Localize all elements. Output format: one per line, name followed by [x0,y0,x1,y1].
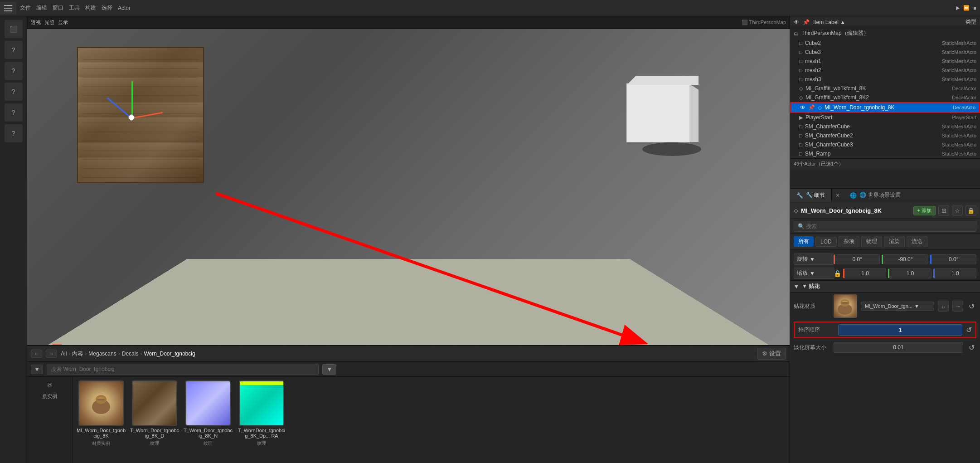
viewport-toolbar: 透视 光照 显示 ⬛ ThirdPersonMap [27,16,790,29]
outliner-item-4[interactable]: □ mesh2 StaticMeshActo [790,66,980,75]
breadcrumb-decals[interactable]: Decals [122,351,139,357]
outliner-icon-0: 🗂 [794,31,799,36]
rotate-z-value[interactable]: 0.0° [930,254,976,264]
details-close-btn[interactable]: ✕ [832,190,844,200]
decal-reset-btn[interactable]: ↺ [967,302,976,311]
outliner-item-10[interactable]: □ SM_ChamferCube StaticMeshActo [790,122,980,131]
rotate-dropdown[interactable]: 旋转 ▼ [794,253,834,265]
filter-all-btn[interactable]: 所有 [794,236,814,247]
outliner-item-3[interactable]: □ mesh1 StaticMeshActo [790,57,980,66]
outliner-item-12[interactable]: □ SM_ChamferCube3 StaticMeshActo [790,140,980,149]
top-play2-btn[interactable]: ⏩ [963,5,970,11]
sort-order-reset-btn[interactable]: ↺ [966,326,972,334]
cb-search-input[interactable] [47,364,319,375]
outliner-item-11[interactable]: □ SM_ChamferCube2 StaticMeshActo [790,131,980,140]
sidebar-question-4[interactable]: ? [5,103,23,122]
outliner-item-5[interactable]: □ mesh3 StaticMeshActo [790,75,980,84]
rotate-y-value[interactable]: -90.0° [882,254,928,264]
breadcrumb-worn-door[interactable]: Worn_Door_tgnobcig [144,351,195,357]
cb-filter-btn[interactable]: ▼ [31,365,43,374]
outliner-item-13[interactable]: □ SM_Ramp StaticMeshActo [790,149,980,158]
scale-y-value[interactable]: 1.0 [888,268,931,278]
outliner-eye-icon[interactable]: 👁 [794,19,799,25]
outliner-item-2[interactable]: □ Cube3 StaticMeshActo [790,48,980,57]
top-menu-window[interactable]: 窗口 [53,4,63,12]
top-menu-edit[interactable]: 编辑 [36,4,47,12]
scale-dropdown[interactable]: 缩放 ▼ [794,268,834,279]
details-search-input[interactable] [794,221,976,232]
outliner-item-9[interactable]: ▶ PlayerStart PlayerStart [790,113,980,122]
viewport-scene[interactable]: Z + X Y CSDN @TTL_255 [27,29,790,345]
viewport[interactable]: 透视 光照 显示 ⬛ ThirdPersonMap [27,16,790,345]
fade-size-value[interactable]: 0.01 [834,342,963,353]
outliner-item-0[interactable]: 🗂 ThirdPersonMap（编辑器） [790,28,980,39]
outliner-item-6[interactable]: ◇ MI_Graffiti_wb1kfcml_8K DecalActor [790,84,980,93]
menu-icon[interactable] [0,2,16,15]
details-lock-icon[interactable]: 🔒 [965,205,976,216]
outliner-item-7[interactable]: ◇ MI_Graffiti_wb1kfcml_8K2 DecalActor [790,93,980,102]
breadcrumb-all[interactable]: All [61,351,67,357]
scale-x-value[interactable]: 1.0 [843,268,886,278]
outliner-item-1[interactable]: □ Cube2 StaticMeshActo [790,39,980,48]
top-stop-btn[interactable]: ■ [973,5,976,11]
details-tabs: 🔧 🔧 细节 ✕ 🌐 🌐 世界场景设置 [790,189,980,202]
top-menu-file[interactable]: 文件 [20,4,31,12]
outliner-item-8-selected[interactable]: 👁 📌 ◇ MI_Worn_Door_tgnobcig_8K DecalActo [790,102,980,113]
outliner-icon-12: □ [799,142,802,147]
sidebar-question-3[interactable]: ? [5,83,23,101]
top-menu-tools[interactable]: 工具 [69,4,80,12]
outliner-header-label[interactable]: Item Label ▲ [813,19,845,25]
top-menu-build[interactable]: 构建 [85,4,96,12]
tab-details[interactable]: 🔧 🔧 细节 [790,189,832,202]
sidebar-question-5[interactable]: ? [5,124,23,142]
details-add-btn[interactable]: + 添加 [913,206,936,215]
decal-browse-btn[interactable]: ⌕ [938,301,949,312]
details-grid-icon[interactable]: ⊞ [938,205,949,216]
cb-forward-btn[interactable]: → [46,350,57,358]
cb-back-btn[interactable]: ← [31,350,42,358]
outliner-type-13: StaticMeshActo [942,151,976,156]
scale-lock-icon[interactable]: 🔒 [834,270,841,277]
filter-render-btn[interactable]: 渲染 [884,236,905,247]
viewport-show[interactable]: 显示 [58,19,68,26]
asset-card-2[interactable]: T_Worn_Door_tgnobcig_8K_N 纹理 [183,380,233,447]
rotate-x-value[interactable]: 0.0° [834,254,880,264]
tab-world-settings[interactable]: 🌐 🌐 世界场景设置 [844,189,907,202]
svg-rect-12 [842,302,848,304]
filter-misc-btn[interactable]: 杂项 [839,236,859,247]
decals-section-header[interactable]: ▼ ▼ 贴花 [790,280,980,292]
viewport-perspective[interactable]: 透视 [31,19,41,26]
sidebar-question-2[interactable]: ? [5,62,23,80]
fade-size-reset-btn[interactable]: ↺ [967,343,976,352]
breadcrumb-neicun[interactable]: 内容 [72,350,83,358]
top-menu-select[interactable]: 选择 [102,4,112,12]
filter-stream-btn[interactable]: 流送 [907,236,927,247]
cb-search-expand-btn[interactable]: ▼ [322,364,336,375]
cb-panel-zhishili[interactable]: 质实例 [39,392,60,401]
filter-physics-btn[interactable]: 物理 [861,236,882,247]
top-play-btn[interactable]: ▶ [956,5,960,11]
details-star-icon[interactable]: ☆ [952,205,963,216]
asset-card-3[interactable]: T_WornDoor_tgnobcig_8K_Dp... RA 纹理 [237,380,286,447]
decal-material-dropdown[interactable]: MI_Worn_Door_tgn... ▼ [861,302,934,311]
sidebar-question-1[interactable]: ? [5,41,23,59]
outliner-pin-icon[interactable]: 📌 [803,19,810,25]
decal-open-btn[interactable]: → [952,301,963,312]
viewport-lit[interactable]: 光照 [44,19,54,26]
asset-thumb-3 [239,380,284,426]
outliner-label-10: SM_ChamferCube [805,123,850,130]
breadcrumb-megascans[interactable]: Megascans [88,351,116,357]
decals-chevron-icon: ▼ [794,283,799,290]
filter-lod-btn[interactable]: LOD [815,237,837,247]
cb-panel-qi[interactable]: 器 [44,380,55,390]
asset-card-1[interactable]: T_Worn_Door_tgnobcig_8K_D 纹理 [130,380,180,447]
sidebar-select-btn[interactable]: ⬛ [5,20,23,38]
outliner-pin-8[interactable]: 📌 [808,104,815,111]
cb-settings-btn[interactable]: ⚙ 设置 [757,348,786,360]
scale-z-value[interactable]: 1.0 [933,268,976,278]
top-menu-actor[interactable]: Actor [118,5,131,11]
sort-order-value[interactable]: 1 [838,324,962,336]
asset-card-0[interactable]: MI_Worn_Door_tgnobcig_8K 材质实例 [76,380,126,447]
outliner-eye-8[interactable]: 👁 [800,104,805,111]
scale-value: 🔒 1.0 1.0 1.0 [834,268,976,278]
